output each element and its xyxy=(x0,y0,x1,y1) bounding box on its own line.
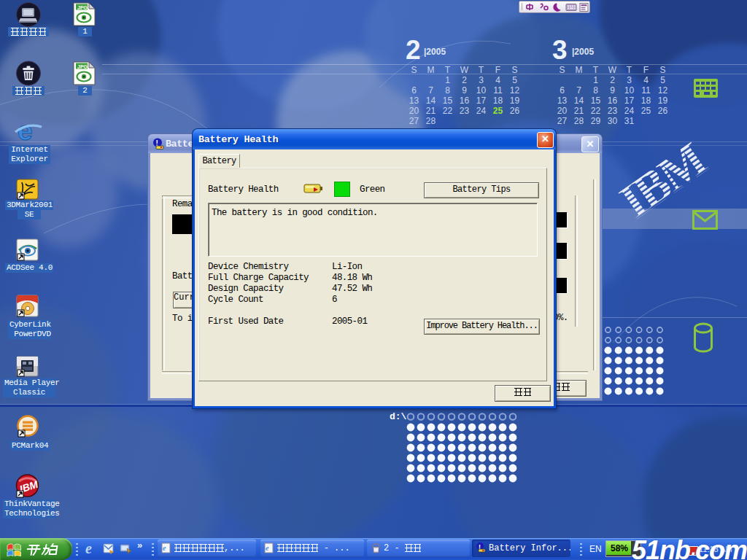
svg-text:JPG: JPG xyxy=(77,64,88,69)
svg-text:JPG: JPG xyxy=(77,5,88,10)
svg-text:e: e xyxy=(163,544,166,552)
svg-text:e: e xyxy=(266,544,269,552)
svg-text:e: e xyxy=(18,117,33,145)
